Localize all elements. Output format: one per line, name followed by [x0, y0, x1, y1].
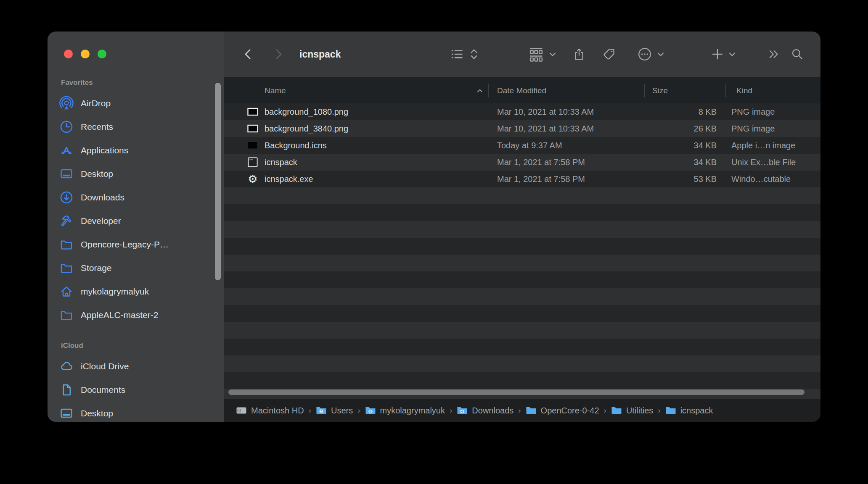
- file-row[interactable]: icnspack.exe Mar 1, 2021 at 7:58 PM 53 K…: [224, 171, 820, 187]
- folder-users-icon: [316, 406, 327, 415]
- desktop-icon: [59, 406, 74, 421]
- desktop-icon: [59, 167, 74, 181]
- new-item-button[interactable]: [711, 32, 737, 77]
- search-button[interactable]: [791, 32, 804, 77]
- sidebar-item-label: Applications: [81, 145, 128, 155]
- tag-icon: [602, 47, 616, 61]
- file-size: 34 KB: [623, 137, 717, 154]
- path-separator-icon: ›: [604, 406, 606, 415]
- empty-row: [224, 271, 820, 288]
- file-name: background_3840.png: [265, 120, 348, 137]
- column-header-kind[interactable]: Kind: [736, 77, 752, 104]
- column-header-date-modified[interactable]: Date Modified: [497, 77, 546, 104]
- sidebar-scrollbar[interactable]: [215, 83, 221, 280]
- column-header-size[interactable]: Size: [652, 77, 668, 104]
- path-separator-icon: ›: [518, 406, 521, 415]
- sidebar-item[interactable]: Desktop: [48, 162, 224, 186]
- file-row[interactable]: background_3840.png Mar 10, 2021 at 10:3…: [224, 120, 820, 137]
- sidebar-item[interactable]: AppleALC-master-2: [48, 303, 224, 327]
- empty-row: [224, 372, 820, 389]
- share-button[interactable]: [572, 32, 586, 77]
- path-bar-item[interactable]: Users ›: [316, 406, 365, 416]
- list-view-icon: [450, 47, 465, 62]
- sidebar-item[interactable]: Recents: [48, 115, 224, 139]
- folder-icon: [59, 237, 74, 252]
- file-png-icon: [247, 106, 259, 118]
- path-separator-icon: ›: [357, 406, 360, 415]
- sidebar-item-label: Storage: [81, 263, 112, 273]
- sidebar-item[interactable]: Opencore-Legacy-P…: [48, 233, 224, 256]
- cloud-icon: [59, 359, 74, 374]
- sidebar-item[interactable]: Documents: [48, 378, 224, 402]
- file-name: icnspack: [265, 154, 297, 171]
- file-list: background_1080.png Mar 10, 2021 at 10:3…: [224, 103, 820, 399]
- toolbar-overflow-button[interactable]: [767, 32, 780, 77]
- path-bar-item[interactable]: Utilities ›: [611, 406, 665, 416]
- horizontal-scrollbar[interactable]: [228, 389, 804, 395]
- file-size: 26 KB: [623, 120, 717, 137]
- path-bar-item[interactable]: icnspack ›: [665, 406, 713, 416]
- sidebar-item-label: Desktop: [81, 408, 113, 418]
- sidebar-item[interactable]: Storage: [48, 256, 224, 280]
- file-kind: Apple i…n image: [731, 137, 795, 154]
- chevron-down-icon: [728, 50, 737, 59]
- chevron-left-icon: [241, 47, 255, 61]
- path-bar-item[interactable]: Macintosh HD ›: [236, 406, 316, 416]
- forward-button[interactable]: [271, 32, 286, 77]
- share-icon: [572, 47, 586, 61]
- sidebar-section: Favorites AirDrop Recents: [48, 79, 224, 327]
- sidebar-item-label: Documents: [81, 385, 125, 395]
- ellipsis-circle-icon: [637, 47, 652, 62]
- path-bar-item[interactable]: OpenCore-0-42 ›: [526, 406, 611, 416]
- file-row[interactable]: background_1080.png Mar 10, 2021 at 10:3…: [224, 103, 820, 120]
- sidebar-sections: Favorites AirDrop Recents: [48, 32, 224, 422]
- sidebar-item[interactable]: mykolagrymalyuk: [48, 280, 224, 303]
- sidebar-item-label: mykolagrymalyuk: [81, 287, 149, 297]
- file-terminal-icon: [247, 156, 259, 168]
- sidebar-item[interactable]: Downloads: [48, 186, 224, 209]
- file-row[interactable]: icnspack Mar 1, 2021 at 7:58 PM 34 KB Un…: [224, 154, 820, 171]
- download-circle-icon: [59, 190, 74, 205]
- file-png-icon: [247, 123, 259, 134]
- file-row[interactable]: Background.icns Today at 9:37 AM 34 KB A…: [224, 137, 820, 154]
- file-name: background_1080.png: [265, 103, 348, 120]
- path-bar-item[interactable]: Downloads ›: [457, 406, 525, 416]
- file-date-modified: Mar 10, 2021 at 10:33 AM: [497, 120, 594, 137]
- path-bar-item[interactable]: mykolagrymalyuk ›: [365, 406, 457, 416]
- view-mode-control[interactable]: [450, 32, 479, 77]
- path-item-label: OpenCore-0-42: [541, 406, 599, 416]
- folder-downloads-icon: [457, 406, 468, 415]
- path-bar: Macintosh HD › Users › mykolagrymalyuk ›: [224, 399, 820, 422]
- back-button[interactable]: [241, 32, 255, 77]
- sidebar-item[interactable]: Applications: [48, 139, 224, 162]
- column-divider: [488, 84, 489, 97]
- sidebar-item[interactable]: AirDrop: [48, 92, 224, 115]
- sidebar-section-header: Favorites: [61, 79, 224, 87]
- path-item-label: Utilities: [626, 406, 653, 416]
- folder-plain-icon: [611, 406, 622, 415]
- group-view-icon: [528, 46, 544, 62]
- folder-homedir-icon: [365, 406, 376, 415]
- sidebar-section: iCloud iCloud Drive Documents: [48, 342, 224, 422]
- group-by-control[interactable]: [528, 32, 557, 77]
- sidebar-item[interactable]: iCloud Drive: [48, 355, 224, 378]
- file-kind: PNG image: [731, 103, 775, 120]
- sidebar-section-header: iCloud: [61, 342, 224, 350]
- file-kind: PNG image: [731, 120, 775, 137]
- empty-row: [224, 355, 820, 372]
- path-item-label: Users: [331, 406, 353, 416]
- sidebar-item[interactable]: Developer: [48, 209, 224, 233]
- file-date-modified: Mar 1, 2021 at 7:58 PM: [497, 154, 585, 171]
- harddrive-icon: [236, 406, 247, 415]
- file-kind: Windo…cutable: [731, 171, 791, 187]
- sort-ascending-caret-icon: [476, 87, 484, 95]
- sidebar-item-label: iCloud Drive: [81, 361, 129, 371]
- sidebar-item-label: Developer: [81, 216, 121, 226]
- more-actions-button[interactable]: [637, 32, 665, 77]
- sidebar-item[interactable]: Desktop: [48, 402, 224, 422]
- sidebar-item-label: Recents: [81, 122, 113, 132]
- search-icon: [791, 47, 804, 61]
- empty-row: [224, 238, 820, 255]
- tags-button[interactable]: [602, 32, 616, 77]
- column-header-name[interactable]: Name: [265, 77, 286, 104]
